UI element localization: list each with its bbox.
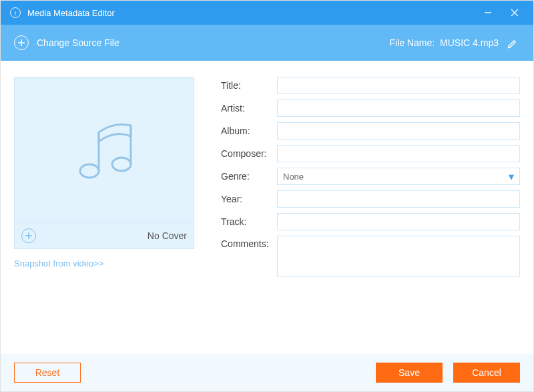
track-label: Track:: [221, 216, 277, 227]
svg-point-7: [112, 158, 131, 171]
svg-point-6: [80, 164, 99, 178]
album-input[interactable]: [277, 122, 520, 140]
title-label: Title:: [221, 80, 277, 91]
track-input[interactable]: [277, 213, 520, 230]
row-title: Title:: [221, 77, 520, 94]
footer: Reset Save Cancel: [1, 354, 533, 391]
file-name-label: File Name:: [389, 37, 435, 48]
genre-label: Genre:: [221, 171, 277, 182]
save-button[interactable]: Save: [376, 363, 443, 383]
row-track: Track:: [221, 213, 520, 230]
no-cover-label: No Cover: [148, 230, 187, 241]
title-input[interactable]: [277, 77, 520, 94]
music-note-icon: [64, 110, 144, 190]
chevron-down-icon: ▾: [509, 170, 514, 183]
info-icon: i: [10, 7, 21, 18]
main-content: No Cover Snapshot from video>> Title: Ar…: [1, 61, 533, 354]
cover-art-placeholder: [15, 77, 194, 222]
minimize-icon: [483, 8, 493, 17]
row-artist: Artist:: [221, 100, 520, 117]
svg-line-5: [514, 41, 515, 42]
app-window: i Media Metadata Editor Change Source Fi…: [0, 0, 534, 392]
change-source-button[interactable]: Change Source File: [37, 37, 119, 48]
plus-icon: [25, 232, 33, 240]
row-year: Year:: [221, 190, 520, 208]
minimize-button[interactable]: [475, 1, 501, 25]
composer-input[interactable]: [277, 145, 520, 162]
rename-file-button[interactable]: [505, 35, 520, 50]
composer-label: Composer:: [221, 148, 277, 159]
artist-label: Artist:: [221, 103, 277, 114]
titlebar: i Media Metadata Editor: [1, 1, 533, 25]
genre-selected-value: None: [283, 172, 509, 182]
album-label: Album:: [221, 126, 277, 136]
plus-circle-icon: [14, 35, 29, 50]
cover-box: No Cover: [14, 77, 194, 249]
cover-bar: No Cover: [15, 222, 194, 248]
comments-label: Comments:: [221, 236, 277, 249]
row-album: Album:: [221, 122, 520, 140]
app-title: Media Metadata Editor: [27, 8, 475, 18]
close-icon: [510, 8, 519, 17]
comments-input[interactable]: [277, 236, 520, 277]
year-input[interactable]: [277, 190, 520, 208]
genre-select[interactable]: None ▾: [277, 168, 520, 185]
metadata-form: Title: Artist: Album: Composer: Genre: N: [221, 77, 520, 354]
close-button[interactable]: [501, 1, 528, 25]
row-composer: Composer:: [221, 145, 520, 162]
snapshot-from-video-link[interactable]: Snapshot from video>>: [14, 258, 194, 268]
add-cover-button[interactable]: [21, 228, 36, 243]
row-genre: Genre: None ▾: [221, 168, 520, 185]
artist-input[interactable]: [277, 100, 520, 117]
year-label: Year:: [221, 194, 277, 204]
row-comments: Comments:: [221, 236, 520, 280]
toolbar: Change Source File File Name: MUSIC 4.mp…: [1, 25, 533, 61]
cover-panel: No Cover Snapshot from video>>: [14, 77, 194, 354]
reset-button[interactable]: Reset: [14, 363, 81, 383]
file-name-value: MUSIC 4.mp3: [440, 37, 499, 48]
pencil-icon: [507, 37, 519, 49]
cancel-button[interactable]: Cancel: [453, 363, 520, 383]
